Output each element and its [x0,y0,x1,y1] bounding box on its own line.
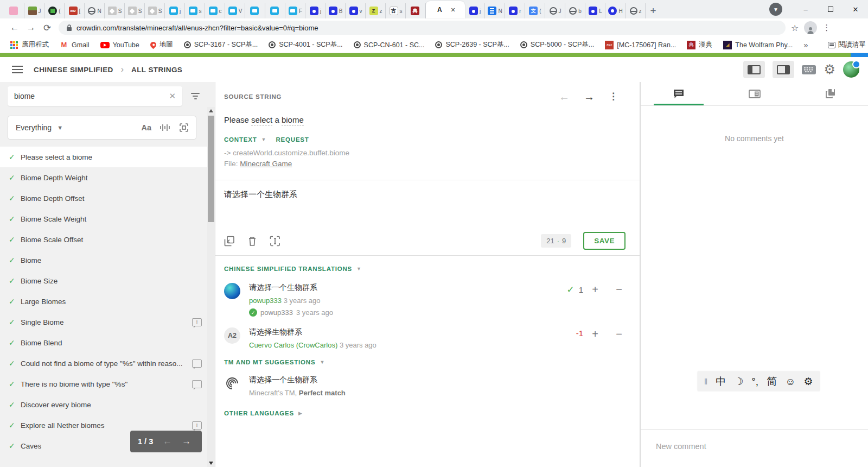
author-link[interactable]: powup333 [249,296,282,305]
string-menu-icon[interactable]: ⋮ [609,91,618,102]
browser-tab[interactable]: ✕ [4,3,24,18]
browser-tab[interactable]: B ✕ [326,3,346,18]
breadcrumb-language[interactable]: CHINESE SIMPLIFIED [34,66,113,74]
glossary-term[interactable]: select [251,115,272,125]
scrollbar-thumb[interactable] [208,116,214,222]
close-window-button[interactable]: ✕ [843,0,868,18]
bookmark-item[interactable]: 漢典 [682,39,717,51]
ime-toolbar-button[interactable]: 简 [767,376,777,387]
search-input[interactable] [14,92,169,100]
browser-tab[interactable]: J ✕ [24,3,44,18]
previous-page-icon[interactable]: ← [163,436,172,447]
browser-tab[interactable]: ✕ [426,1,465,18]
sidebar-scrollbar[interactable] [207,107,215,467]
string-list-item[interactable]: There is no biome with type "%s" [0,374,207,394]
translation-suggestion[interactable]: A2 请选择生物群系 Cuervo Carlos (CrowCarlos) 3 … [224,327,631,349]
scope-dropdown[interactable]: Everything [16,123,52,132]
ime-toolbar-button[interactable]: °, [751,376,758,387]
string-list-item[interactable]: Large Biomes [0,291,207,312]
author-link[interactable]: Cuervo Carlos (CrowCarlos) [249,341,337,349]
restore-button[interactable] [818,0,843,18]
translations-header-label[interactable]: CHINESE SIMPLIFIED TRANSLATIONS [224,266,352,272]
string-list-item[interactable]: Biome Scale Offset [0,229,207,250]
browser-tab[interactable]: v ✕ [346,3,366,18]
forward-button[interactable]: → [23,20,39,36]
filter-icon[interactable] [191,93,200,99]
copy-source-icon[interactable] [224,236,235,247]
clear-search-icon[interactable]: ✕ [169,91,176,101]
string-list-item[interactable]: Discover every biome [0,394,207,415]
refresh-button[interactable]: ⟳ [39,20,55,36]
browser-tab[interactable]: N ✕ [485,3,505,18]
tab-context-info[interactable] [717,82,793,105]
browser-tab[interactable]: s ✕ [386,3,406,18]
tab-comments[interactable] [641,82,717,105]
toggle-left-panel-button[interactable] [743,61,765,78]
minimize-button[interactable]: – [793,0,818,18]
collapse-icon[interactable]: ▼ [356,266,361,272]
string-list-item[interactable]: Biome [0,250,207,270]
bookmark-item[interactable]: SCP-4001 - SCP基... [264,39,347,51]
keyboard-shortcuts-icon[interactable] [802,65,816,74]
browser-tab[interactable]: z ✕ [366,3,386,18]
browser-tab[interactable]: [ ✕ [65,3,85,18]
downvote-button[interactable]: − [607,329,631,339]
browser-tab[interactable]: L ✕ [585,3,605,18]
browser-tab[interactable]: j ✕ [165,3,185,18]
machine-translation-icon[interactable] [160,124,171,131]
tm-suggestion[interactable]: 请选择一个生物群系 Minecraft's TM, Perfect match [224,375,631,397]
bookmark-item[interactable]: YouTube [96,40,144,51]
tm-header-label[interactable]: TM AND MT SUGGESTIONS [224,359,315,365]
back-button[interactable]: ← [7,20,23,36]
browser-menu-icon[interactable]: ⋮ [822,23,831,33]
translation-input[interactable]: 请选择一个生物群系 [224,190,631,200]
browser-tab[interactable]: V ✕ [225,3,245,18]
ime-toolbar-button[interactable]: 中 [716,376,726,387]
new-comment-input[interactable] [656,442,851,451]
new-tab-button[interactable]: + [646,3,661,18]
translation-suggestion[interactable]: 请选择一个生物群系 powup333 3 years ago powup333 … [224,283,631,317]
ime-toolbar-button[interactable]: ☺ [785,376,795,387]
scroll-up-icon[interactable] [209,109,213,112]
glossary-term[interactable]: biome [282,115,304,125]
browser-profile-avatar[interactable] [804,21,817,34]
bookmark-item[interactable]: Gmail [55,39,94,51]
other-languages-label[interactable]: OTHER LANGUAGES [224,410,294,416]
browser-tab[interactable]: ✕ [406,3,426,18]
expand-icon[interactable]: ▶ [298,411,302,416]
bookmarks-overflow-icon[interactable]: » [799,40,812,49]
file-link[interactable]: Minecraft Game [240,160,292,168]
browser-tab[interactable]: s ✕ [185,3,205,18]
match-case-button[interactable]: Aa [141,123,151,132]
ime-toolbar-button[interactable]: ⚙ [804,376,813,387]
browser-tab[interactable]: J ✕ [545,3,565,18]
browser-tab[interactable]: H ✕ [605,3,626,18]
context-toggle[interactable]: CONTEXT [224,136,257,143]
string-list-item[interactable]: Could not find a biome of type "%s" with… [0,353,207,374]
browser-tab[interactable]: S ✕ [145,3,165,18]
next-string-icon[interactable]: → [584,91,595,102]
bookmark-item[interactable]: The Wolfram Phy... [719,39,797,51]
string-list-item[interactable]: Single Biome [0,312,207,332]
browser-tab[interactable]: S ✕ [125,3,145,18]
ime-toolbar-button[interactable]: ☽ [734,376,743,387]
downvote-button[interactable]: − [607,284,631,295]
browser-tab[interactable]: N ✕ [85,3,105,18]
previous-string-icon[interactable]: ← [559,91,570,102]
bookmark-item[interactable]: SCP-CN-601 - SC... [349,40,429,51]
address-bar[interactable]: crowdin.com/translate/minecraft/all/enus… [59,21,786,35]
toggle-right-panel-button[interactable] [773,61,794,78]
save-button[interactable]: SAVE [583,232,626,250]
browser-tab[interactable]: c ✕ [205,3,225,18]
collapse-icon[interactable]: ▼ [320,359,324,365]
browser-tab[interactable]: ( ✕ [44,3,65,18]
browser-tab[interactable]: j ✕ [465,3,485,18]
tab-close-icon[interactable]: ✕ [450,7,455,14]
chevron-down-icon[interactable]: ▼ [57,124,63,131]
string-list-item[interactable]: Please select a biome [0,147,207,167]
select-text-icon[interactable] [270,236,280,247]
string-list-item[interactable]: Biome Scale Weight [0,209,207,229]
reading-list-button[interactable]: 閱讀清單 [824,39,868,51]
upvote-button[interactable]: + [583,329,607,339]
tab-terms[interactable] [792,82,868,105]
